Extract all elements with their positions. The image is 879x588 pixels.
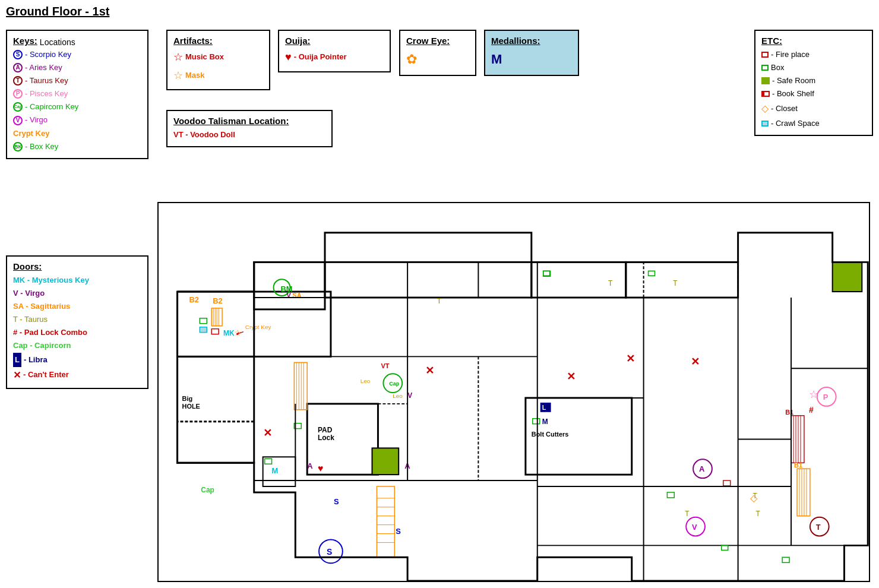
mask-star: ☆ bbox=[173, 67, 183, 85]
bk-icon: BK bbox=[13, 142, 23, 151]
svg-text:B2: B2 bbox=[189, 295, 199, 304]
bookshelf-icon bbox=[761, 91, 770, 97]
aries-icon: A bbox=[13, 63, 23, 72]
medallion-m-icon: M bbox=[491, 48, 502, 70]
doors-legend: Doors: MK - Mysterious Key V - Virgo SA … bbox=[6, 255, 148, 389]
key-capricorn: Cap - Capircorn Key bbox=[13, 100, 141, 113]
svg-text:✕: ✕ bbox=[626, 353, 635, 365]
ouija-pointer: ♥ - Ouija Pointer bbox=[285, 48, 384, 67]
svg-text:T: T bbox=[608, 279, 612, 287]
music-box-star: ☆ bbox=[173, 48, 183, 67]
svg-text:Cap: Cap bbox=[201, 486, 214, 494]
ouija-title: Ouija: bbox=[285, 36, 384, 46]
svg-text:T: T bbox=[816, 523, 821, 532]
libra-badge: L bbox=[13, 353, 21, 367]
svg-text:A: A bbox=[307, 461, 312, 470]
svg-text:M: M bbox=[272, 466, 279, 475]
medallions-symbol: M bbox=[491, 48, 572, 70]
crawlspace-icon bbox=[761, 121, 769, 127]
box-icon bbox=[761, 65, 769, 71]
artifact-musicbox: ☆ Music Box bbox=[173, 48, 263, 67]
etc-saferoom: - Safe Room bbox=[761, 74, 866, 87]
saferoom-icon bbox=[761, 77, 770, 84]
etc-fireplace: - Fire place bbox=[761, 48, 866, 61]
door-cap: Cap - Capircorn bbox=[13, 339, 141, 352]
door-sa: SA - Sagittarius bbox=[13, 300, 141, 313]
svg-rect-51 bbox=[372, 448, 399, 475]
svg-text:V: V bbox=[692, 523, 697, 532]
artifacts-box: Artifacts: ☆ Music Box ☆ Mask bbox=[166, 30, 270, 90]
key-scorpio: S - Scorpio Key bbox=[13, 48, 141, 61]
svg-text:✕: ✕ bbox=[425, 365, 434, 377]
key-aries: A - Aries Key bbox=[13, 61, 141, 74]
svg-text:Leo: Leo bbox=[361, 378, 371, 384]
etc-bookshelf: - Book Shelf bbox=[761, 87, 866, 100]
svg-text:B1: B1 bbox=[785, 409, 793, 416]
svg-text:Lock: Lock bbox=[318, 434, 334, 442]
svg-text:T: T bbox=[437, 297, 441, 305]
map-svg: Big HOLE B2 MK ☆ Crypt Key BM V SA bbox=[159, 203, 869, 581]
svg-text:Crypt Key: Crypt Key bbox=[245, 324, 271, 330]
key-box: BK - Box Key bbox=[13, 140, 141, 153]
doors-legend-title: Doors: bbox=[13, 261, 141, 271]
medallions-box: Medallions: M bbox=[484, 30, 579, 76]
svg-text:HOLE: HOLE bbox=[182, 403, 200, 410]
svg-text:PAD: PAD bbox=[318, 426, 333, 434]
virgo-icon: V bbox=[13, 116, 23, 125]
etc-closet: ◇ - Closet bbox=[761, 100, 866, 116]
svg-text:T: T bbox=[685, 510, 689, 518]
svg-text:Cap: Cap bbox=[389, 381, 399, 387]
crow-eye-symbol: ✿ bbox=[406, 48, 469, 70]
svg-text:S: S bbox=[327, 547, 332, 557]
svg-text:S: S bbox=[334, 497, 339, 506]
svg-text:A: A bbox=[699, 464, 704, 473]
etc-legend: ETC: - Fire place Box - Safe Room - Book… bbox=[754, 30, 873, 136]
svg-text:✕: ✕ bbox=[567, 371, 576, 382]
door-t: T - Taurus bbox=[13, 313, 141, 326]
artifacts-title: Artifacts: bbox=[173, 36, 263, 46]
svg-rect-12 bbox=[200, 327, 207, 333]
svg-text:◇: ◇ bbox=[750, 493, 758, 503]
keys-legend: Keys: Locations S - Scorpio Key A - Arie… bbox=[6, 30, 148, 159]
svg-text:Leo: Leo bbox=[393, 393, 403, 399]
medallions-title: Medallions: bbox=[491, 36, 572, 46]
heart-icon: ♥ bbox=[285, 48, 292, 67]
door-hash: # - Pad Lock Combo bbox=[13, 326, 141, 339]
svg-rect-30 bbox=[833, 262, 862, 292]
crow-eye-box: Crow Eye: ✿ bbox=[399, 30, 476, 76]
svg-text:♥: ♥ bbox=[318, 463, 323, 473]
etc-box: Box bbox=[761, 61, 866, 74]
map-area: Big HOLE B2 MK ☆ Crypt Key BM V SA bbox=[157, 202, 870, 582]
svg-text:#: # bbox=[809, 405, 814, 415]
scorpio-icon: S bbox=[13, 50, 23, 59]
keys-legend-subtitle: Locations bbox=[40, 37, 75, 47]
ouija-box: Ouija: ♥ - Ouija Pointer bbox=[278, 30, 391, 72]
svg-text:T: T bbox=[755, 510, 760, 518]
door-libra: L - Libra bbox=[13, 353, 141, 367]
svg-text:MK: MK bbox=[223, 329, 235, 337]
voodoo-title: Voodoo Talisman Location: bbox=[173, 116, 325, 126]
flower-icon: ✿ bbox=[406, 48, 417, 70]
svg-text:P: P bbox=[823, 393, 829, 402]
door-v: V - Virgo bbox=[13, 287, 141, 300]
voodoo-doll: VT - Voodoo Doll bbox=[173, 128, 325, 141]
voodoo-box: Voodoo Talisman Location: VT - Voodoo Do… bbox=[166, 110, 333, 147]
svg-text:M: M bbox=[542, 418, 548, 426]
key-taurus: T - Taurus Key bbox=[13, 74, 141, 87]
svg-text:V: V bbox=[407, 391, 412, 400]
page-title: Ground Floor - 1st bbox=[6, 5, 109, 18]
cap-icon: Cap bbox=[13, 102, 23, 112]
key-crypt: Crypt Key bbox=[13, 127, 141, 140]
svg-text:VT: VT bbox=[381, 362, 389, 369]
svg-text:B1: B1 bbox=[794, 461, 802, 469]
keys-legend-title: Keys: bbox=[13, 36, 37, 46]
crow-eye-title: Crow Eye: bbox=[406, 36, 469, 46]
fireplace-icon bbox=[761, 52, 769, 58]
etc-title: ETC: bbox=[761, 36, 866, 46]
svg-text:Big: Big bbox=[182, 395, 193, 402]
taurus-icon: T bbox=[13, 76, 23, 86]
etc-crawlspace: - Crawl Space bbox=[761, 117, 866, 130]
svg-rect-0 bbox=[160, 203, 868, 581]
svg-text:T: T bbox=[673, 279, 677, 287]
door-cant-enter: ✕ - Can't Enter bbox=[13, 367, 141, 383]
